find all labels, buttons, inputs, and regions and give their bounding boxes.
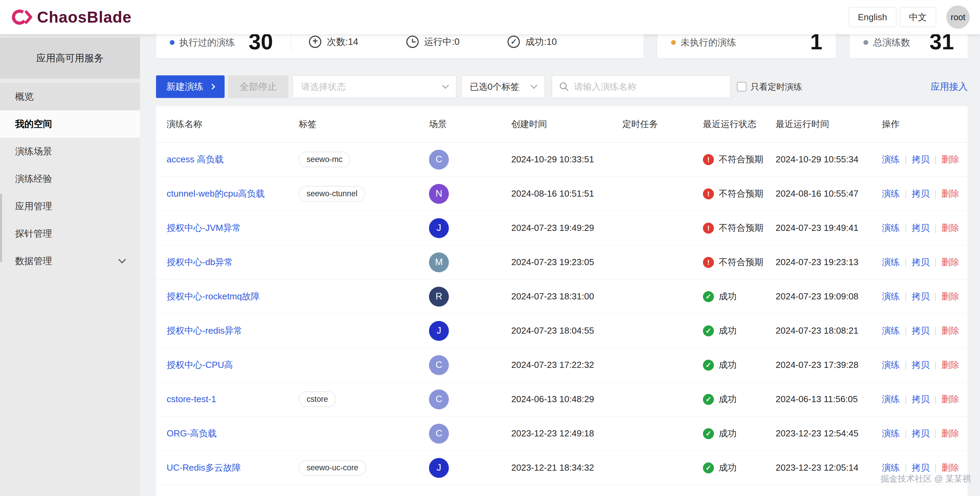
sidebar-item-label: 探针管理	[15, 227, 52, 240]
run-action[interactable]: 演练	[882, 154, 900, 165]
table-row: ORG-高负载C2023-12-23 12:49:18✓成功2023-12-23…	[156, 417, 968, 451]
run-action[interactable]: 演练	[882, 188, 900, 200]
stop-all-button[interactable]: 全部停止	[228, 75, 288, 98]
copy-action[interactable]: 拷贝	[912, 428, 930, 439]
copy-action[interactable]: 拷贝	[912, 154, 930, 165]
experiment-name-link[interactable]: 授权中心-rocketmq故障	[167, 291, 260, 301]
table-row: 授权中心-rocketmq故障R2024-07-23 18:31:00✓成功20…	[156, 279, 968, 314]
scheduled-only-label: 只看定时演练	[751, 81, 802, 92]
search-icon	[559, 81, 569, 92]
table-row: 授权中心-JVM异常J2024-07-23 19:49:29!不符合预期2024…	[156, 211, 968, 245]
plus-circle-icon	[309, 36, 321, 48]
delete-action[interactable]: 删除	[942, 428, 959, 439]
scheduled-only-checkbox[interactable]	[737, 82, 746, 92]
scene-cell: J	[429, 218, 511, 238]
table-row: UC-Redis多云故障seewo-uc-coreJ2023-12-21 18:…	[156, 451, 968, 485]
status-select[interactable]: 请选择状态	[293, 75, 457, 98]
created-time: 2024-06-13 10:48:29	[511, 394, 622, 404]
user-avatar[interactable]: root	[947, 5, 970, 29]
executed-value: 30	[248, 34, 273, 53]
status-text: 成功	[719, 359, 737, 371]
run-action[interactable]: 演练	[882, 256, 900, 268]
delete-action[interactable]: 删除	[942, 222, 959, 234]
experiment-name-link[interactable]: 授权中心-db异常	[167, 257, 233, 267]
run-action[interactable]: 演练	[882, 359, 900, 371]
sidebar-item-my-space[interactable]: 我的空间	[0, 110, 140, 138]
table-row: cstore-test-1cstoreC2024-06-13 10:48:29✓…	[156, 382, 968, 417]
experiment-name-link[interactable]: cstore-test-1	[167, 394, 216, 404]
sidebar-item-overview[interactable]: 概览	[0, 83, 140, 110]
name-cell: ctunnel-web的cpu高负载	[156, 188, 299, 200]
search-input[interactable]	[574, 81, 724, 92]
app-access-link[interactable]: 应用接入	[931, 81, 968, 93]
success-status-icon: ✓	[703, 360, 714, 371]
delete-action[interactable]: 删除	[942, 393, 959, 405]
delete-action[interactable]: 删除	[942, 359, 959, 371]
last-run-time: 2024-06-13 11:56:05	[776, 394, 882, 404]
copy-action[interactable]: 拷贝	[912, 393, 930, 405]
sidebar-scrollbar[interactable]	[0, 193, 2, 262]
tag-filter-select[interactable]: 已选0个标签	[461, 75, 545, 98]
sidebar-item-probe-management[interactable]: 探针管理	[0, 220, 140, 247]
delete-action[interactable]: 删除	[942, 462, 959, 474]
tag-cell: seewo-mc	[299, 152, 429, 167]
brand-title: ChaosBlade	[37, 8, 132, 26]
action-separator: |	[934, 428, 937, 439]
sidebar: 应用高可用服务 概览 我的空间 演练场景 演练经验 应用管理 探针管理 数据管理	[0, 34, 140, 496]
experiment-name-link[interactable]: UC-Redis多云故障	[167, 463, 241, 473]
experiment-name-link[interactable]: 授权中心-redis异常	[167, 325, 242, 336]
scene-cell: J	[429, 321, 511, 341]
sidebar-item-data-management[interactable]: 数据管理	[0, 247, 140, 275]
run-action[interactable]: 演练	[882, 290, 900, 303]
error-status-icon: !	[703, 223, 714, 234]
experiment-name-link[interactable]: ctunnel-web的cpu高负载	[167, 189, 265, 199]
lang-button-chinese[interactable]: 中文	[900, 7, 936, 27]
experiment-name-link[interactable]: ORG-高负载	[167, 428, 217, 439]
copy-action[interactable]: 拷贝	[912, 359, 930, 371]
metric-count-label: 次数:14	[327, 36, 358, 48]
table-row: access 高负载seewo-mcC2024-10-29 10:33:51!不…	[156, 143, 968, 177]
copy-action[interactable]: 拷贝	[912, 256, 930, 268]
copy-action[interactable]: 拷贝	[912, 462, 930, 474]
experiment-name-link[interactable]: 授权中心-JVM异常	[167, 223, 241, 233]
delete-action[interactable]: 删除	[942, 256, 959, 268]
status-cell: ✓成功	[703, 290, 776, 303]
sidebar-menu: 概览 我的空间 演练场景 演练经验 应用管理 探针管理 数据管理	[0, 83, 140, 275]
copy-action[interactable]: 拷贝	[912, 188, 930, 200]
chevron-right-icon	[210, 84, 215, 90]
table-row: 授权中心-db异常M2024-07-23 19:23:05!不符合预期2024-…	[156, 245, 968, 279]
run-action[interactable]: 演练	[882, 222, 900, 234]
delete-action[interactable]: 删除	[942, 154, 959, 165]
create-drill-button[interactable]: 新建演练	[156, 75, 224, 98]
last-run-time: 2024-08-16 10:55:47	[776, 189, 882, 199]
copy-action[interactable]: 拷贝	[912, 222, 930, 234]
created-time: 2024-08-16 10:51:51	[511, 189, 622, 199]
tag-pill: seewo-mc	[299, 152, 350, 167]
sidebar-item-drill-experience[interactable]: 演练经验	[0, 165, 140, 192]
delete-action[interactable]: 删除	[942, 325, 959, 337]
experiment-name-link[interactable]: access 高负载	[167, 154, 224, 165]
total-stat-card: 总演练数 31	[850, 34, 968, 58]
last-run-time: 2024-07-23 19:23:13	[776, 257, 882, 268]
delete-action[interactable]: 删除	[942, 290, 959, 303]
actions-cell: 演练|拷贝|删除	[882, 154, 968, 165]
run-action[interactable]: 演练	[882, 393, 900, 405]
experiment-name-link[interactable]: 授权中心-CPU高	[167, 360, 233, 370]
run-action[interactable]: 演练	[882, 325, 900, 337]
not-executed-dot	[671, 40, 676, 45]
run-action[interactable]: 演练	[882, 462, 900, 474]
lang-button-english[interactable]: English	[849, 7, 896, 27]
sidebar-item-drill-scenes[interactable]: 演练场景	[0, 138, 140, 165]
column-header-last-run: 最近运行时间	[776, 118, 882, 130]
copy-action[interactable]: 拷贝	[912, 290, 930, 303]
copy-action[interactable]: 拷贝	[912, 325, 930, 337]
last-run-time: 2024-07-23 19:09:08	[776, 291, 882, 302]
run-action[interactable]: 演练	[882, 428, 900, 439]
delete-action[interactable]: 删除	[942, 188, 959, 200]
action-separator: |	[905, 189, 907, 199]
status-text: 不符合预期	[719, 188, 763, 200]
last-run-time: 2024-07-23 17:39:28	[776, 360, 882, 370]
chevron-down-icon	[118, 255, 126, 263]
sidebar-item-app-management[interactable]: 应用管理	[0, 192, 140, 220]
action-separator: |	[905, 325, 907, 336]
